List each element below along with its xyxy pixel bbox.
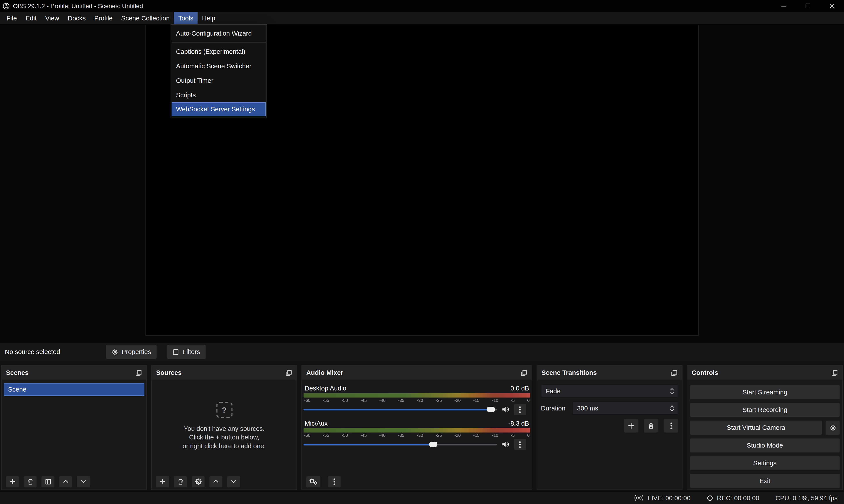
virtual-camera-config-button[interactable] [826,421,840,435]
close-icon [829,3,834,8]
popout-icon[interactable] [521,370,528,376]
transition-options-button[interactable] [664,419,678,432]
menu-item-auto-configuration-wizard[interactable]: Auto-Configuration Wizard [171,26,266,40]
popout-icon[interactable] [135,370,142,376]
add-source-button[interactable] [156,476,169,487]
trash-icon [27,478,34,485]
sources-toolbar [152,473,297,489]
advanced-audio-properties-button[interactable] [306,476,320,487]
mic-aux-options-button[interactable] [514,439,526,450]
menu-item-websocket-server-settings[interactable]: WebSocket Server Settings [172,102,266,116]
scene-list[interactable]: Scene [2,380,146,473]
mixer-channels: Desktop Audio 0.0 dB -60-55-50-45-40-35-… [302,380,532,473]
menu-scene-collection[interactable]: Scene Collection [117,12,174,24]
filter-icon [172,348,179,355]
scenes-panel-header[interactable]: Scenes [2,366,146,380]
tick-label: -5 [511,398,515,403]
filters-button[interactable]: Filters [167,345,206,359]
tick-label: -20 [454,398,460,403]
volume-slider[interactable] [304,439,497,450]
exit-button[interactable]: Exit [690,474,840,488]
kebab-icon [333,478,335,485]
tick-label: -30 [417,398,423,403]
volume-slider-handle[interactable] [429,442,437,447]
source-up-button[interactable] [209,476,222,487]
settings-button[interactable]: Settings [690,456,840,470]
scene-list-item[interactable]: Scene [4,383,144,396]
scene-up-button[interactable] [59,476,72,487]
dock-area: Scenes Scene Sources [0,361,844,491]
transition-value: Fade [546,387,561,395]
menu-profile[interactable]: Profile [90,12,117,24]
kebab-icon [519,406,521,413]
rec-status-text: REC: 00:00:00 [717,494,759,502]
speaker-icon[interactable] [502,440,509,448]
start-recording-button[interactable]: Start Recording [690,403,840,417]
menu-edit[interactable]: Edit [21,12,41,24]
no-source-selected-label: No source selected [5,348,60,356]
menu-item-captions[interactable]: Captions (Experimental) [171,44,266,59]
add-scene-button[interactable] [6,476,19,487]
desktop-audio-options-button[interactable] [514,404,526,415]
popout-icon[interactable] [831,370,838,376]
scenes-panel-title: Scenes [6,369,29,376]
menu-help[interactable]: Help [198,12,220,24]
close-button[interactable] [820,0,844,12]
chevron-up-icon [63,478,69,485]
menu-item-automatic-scene-switcher[interactable]: Automatic Scene Switcher [171,59,266,73]
popout-icon[interactable] [285,370,292,376]
menu-tools[interactable]: Tools [174,12,198,24]
properties-button[interactable]: Properties [106,345,157,359]
minimize-button[interactable] [771,0,795,12]
transition-select[interactable]: Fade [541,384,678,397]
tick-label: -55 [323,433,329,438]
start-virtual-camera-button[interactable]: Start Virtual Camera [690,421,822,435]
studio-mode-button[interactable]: Studio Mode [690,438,840,452]
tick-label: -50 [342,433,348,438]
duration-spinbox[interactable]: 300 ms [572,401,678,415]
source-list[interactable]: ? You don't have any sources. Click the … [152,380,297,473]
channel-name: Desktop Audio [304,384,346,392]
volume-slider[interactable] [304,404,497,415]
scene-filters-button[interactable] [41,476,54,487]
empty-hint-line: Click the + button below, [189,433,259,442]
remove-scene-button[interactable] [24,476,37,487]
chevron-down-icon [230,478,237,485]
tick-label: -50 [342,398,348,403]
filters-button-label: Filters [182,348,200,356]
add-transition-button[interactable] [624,419,638,432]
duration-label: Duration [541,404,568,412]
chevron-down-icon [80,478,87,485]
speaker-icon[interactable] [502,406,509,413]
audio-mixer-options-button[interactable] [328,476,341,487]
sources-panel-header[interactable]: Sources [152,366,297,380]
properties-button-label: Properties [122,348,151,356]
sources-panel-title: Sources [156,369,181,376]
popout-icon[interactable] [671,370,678,376]
menu-item-scripts[interactable]: Scripts [171,88,266,102]
scenes-toolbar [2,473,146,489]
channel-level-db: 0.0 dB [510,384,529,392]
obs-logo-icon [3,2,10,10]
slider-fill [304,444,433,445]
tick-label: 0 [527,398,530,403]
tick-label: -40 [379,398,385,403]
start-streaming-button[interactable]: Start Streaming [690,385,840,399]
maximize-button[interactable] [796,0,820,12]
source-down-button[interactable] [227,476,240,487]
audio-mixer-panel-header[interactable]: Audio Mixer [302,366,532,380]
remove-transition-button[interactable] [644,419,658,432]
scene-transitions-panel-header[interactable]: Scene Transitions [537,366,682,380]
controls-panel: Controls Start Streaming Start Recording… [687,365,843,490]
menu-item-output-timer[interactable]: Output Timer [171,73,266,88]
question-glyph: ? [222,406,227,414]
remove-source-button[interactable] [174,476,187,487]
scene-down-button[interactable] [77,476,90,487]
volume-slider-handle[interactable] [487,407,495,412]
menu-view[interactable]: View [41,12,63,24]
controls-panel-header[interactable]: Controls [687,366,842,380]
source-properties-button[interactable] [192,476,205,487]
spinner-arrows-icon [670,387,674,395]
menu-file[interactable]: File [2,12,21,24]
menu-docks[interactable]: Docks [64,12,90,24]
